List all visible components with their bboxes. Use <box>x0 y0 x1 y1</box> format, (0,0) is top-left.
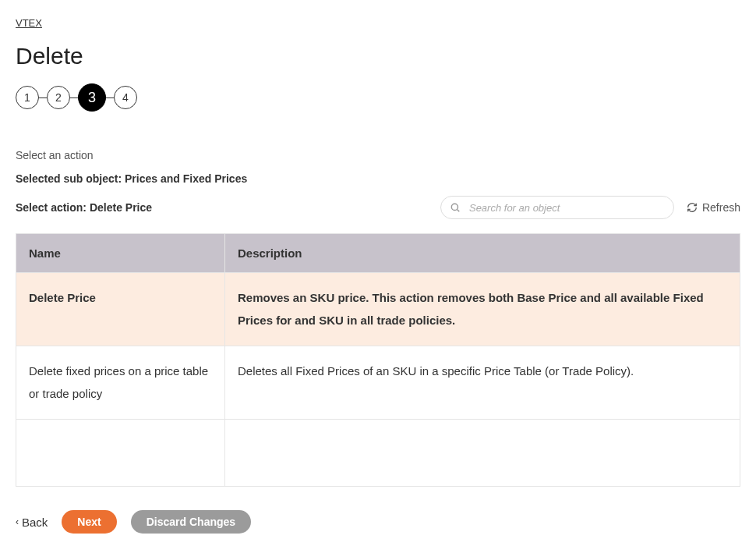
table-row-empty <box>16 420 740 487</box>
svg-point-0 <box>451 204 457 210</box>
table-cell-description: Removes an SKU price. This action remove… <box>225 273 740 346</box>
stepper: 1 2 3 4 <box>16 83 740 112</box>
svg-line-1 <box>457 210 460 212</box>
table-cell-name: Delete fixed prices on a price table or … <box>16 346 225 420</box>
actions-table: Name Description Delete Price Removes an… <box>16 233 740 487</box>
table-cell-name: Delete Price <box>16 273 225 346</box>
search-wrap <box>440 196 674 219</box>
step-1[interactable]: 1 <box>16 86 39 109</box>
table-row[interactable]: Delete fixed prices on a price table or … <box>16 346 740 420</box>
discard-button[interactable]: Discard Changes <box>131 510 251 534</box>
next-button[interactable]: Next <box>62 510 116 534</box>
footer: ‹ Back Next Discard Changes <box>16 510 740 546</box>
table-cell-description: Deletes all Fixed Prices of an SKU in a … <box>225 346 740 420</box>
table-header-name: Name <box>16 234 225 273</box>
step-connector <box>106 98 114 98</box>
step-connector <box>39 98 47 98</box>
refresh-icon <box>687 202 698 213</box>
step-4[interactable]: 4 <box>114 86 137 109</box>
step-2[interactable]: 2 <box>47 86 70 109</box>
page-title: Delete <box>16 43 740 69</box>
chevron-left-icon: ‹ <box>16 516 19 527</box>
table-header-description: Description <box>225 234 740 273</box>
select-action-label: Select action: Delete Price <box>16 201 152 214</box>
step-3[interactable]: 3 <box>78 83 106 112</box>
instruction-text: Select an action <box>16 149 740 161</box>
selected-sub-object-label: Selected sub object: Prices and Fixed Pr… <box>16 172 740 185</box>
back-button[interactable]: ‹ Back <box>16 516 48 529</box>
refresh-label: Refresh <box>702 201 740 214</box>
back-label: Back <box>22 516 48 529</box>
step-connector <box>70 98 78 98</box>
refresh-button[interactable]: Refresh <box>687 201 740 214</box>
table-row[interactable]: Delete Price Removes an SKU price. This … <box>16 273 740 346</box>
breadcrumb[interactable]: VTEX <box>16 17 42 29</box>
search-input[interactable] <box>440 196 674 219</box>
search-icon <box>450 202 461 213</box>
